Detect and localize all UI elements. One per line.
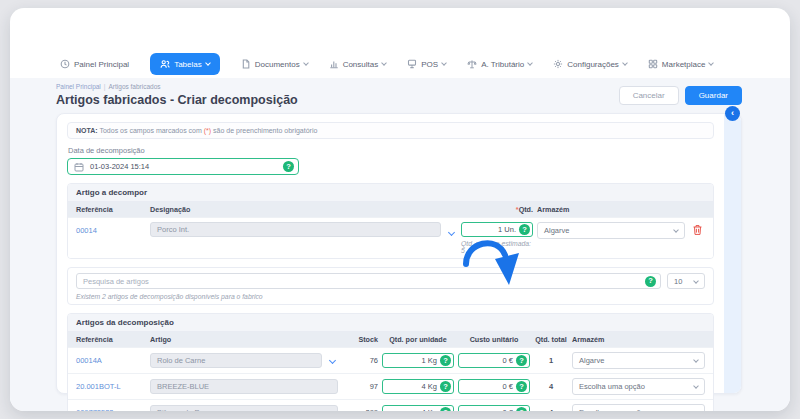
article-field: Rolo de Carne xyxy=(150,353,322,368)
chevron-down-icon xyxy=(693,357,699,363)
nav-label: Tabelas xyxy=(174,60,202,69)
nav-item-documentos[interactable]: Documentos xyxy=(241,59,308,69)
article-field: Bifanas de Porco xyxy=(150,405,338,411)
help-badge-icon[interactable]: ? xyxy=(440,381,451,392)
nav-item-configuracoes[interactable]: Configurações xyxy=(553,59,627,69)
nav-item-tabelas[interactable]: Tabelas xyxy=(150,53,220,75)
chevron-down-icon xyxy=(693,409,699,411)
breadcrumb-link-painel[interactable]: Painel Principal xyxy=(56,83,101,90)
side-panel-strip xyxy=(724,114,741,393)
chevron-down-icon[interactable] xyxy=(329,357,336,364)
col-armazem: Armazém xyxy=(537,205,685,214)
page-header: Painel Principal|Artigos fabricados Arti… xyxy=(10,78,790,107)
nav-label: Documentos xyxy=(255,60,300,69)
date-label: Data de decomposição xyxy=(68,146,714,155)
chevron-down-icon xyxy=(303,60,309,66)
col-armazem: Armazém xyxy=(572,335,705,344)
warehouse-select[interactable]: Algarve xyxy=(537,222,685,239)
chevron-down-icon xyxy=(693,278,699,284)
article-search-box: Pesquisa de artigos ? 10 Existem 2 artig… xyxy=(67,267,714,305)
side-panel-toggle[interactable]: ‹ xyxy=(725,106,740,121)
page-content: Painel Principal|Artigos fabricados Arti… xyxy=(10,78,790,411)
search-input[interactable]: Pesquisa de artigos ? xyxy=(76,273,661,289)
help-badge-icon[interactable]: ? xyxy=(519,224,530,235)
nav-label: Painel Principal xyxy=(74,60,129,69)
chevron-down-icon[interactable] xyxy=(448,228,455,235)
breadcrumb-link-artigos[interactable]: Artigos fabricados xyxy=(109,83,161,90)
date-input[interactable]: 01-03-2024 15:14 ? xyxy=(67,158,299,175)
col-custo-unitario: Custo unitário xyxy=(458,335,530,344)
help-badge-icon[interactable]: ? xyxy=(440,407,451,411)
marketplace-grid-icon xyxy=(648,59,658,69)
unit-cost-input[interactable]: 0 €? xyxy=(458,379,530,394)
trash-icon[interactable] xyxy=(692,224,703,236)
col-qtd-por-unidade: Qtd. por unidade xyxy=(382,335,454,344)
nav-item-a-tributario[interactable]: A. Tributário xyxy=(467,59,532,69)
article-ref-link[interactable]: 00014 xyxy=(76,226,146,235)
chevron-down-icon xyxy=(441,60,447,66)
chevron-down-icon xyxy=(527,60,533,66)
save-button[interactable]: Guardar xyxy=(685,86,742,105)
users-icon xyxy=(160,59,170,69)
article-ref-link[interactable]: 609772532 xyxy=(76,408,146,411)
section-title: Artigo a decompor xyxy=(68,184,713,202)
chevron-down-icon xyxy=(381,60,387,66)
qty-per-unit-input[interactable]: 4 Kg? xyxy=(382,405,454,411)
section-artigos-da-decomposicao: Artigos da decomposição Referência Artig… xyxy=(67,313,714,411)
help-badge-icon[interactable]: ? xyxy=(516,355,527,366)
col-referencia: Referência xyxy=(76,335,146,344)
table-row: 00014 Porco Int. 1 Un. ? Qtd. máxima est… xyxy=(68,217,713,258)
col-stock: Stock xyxy=(342,335,378,344)
col-qtd: *Qtd. xyxy=(461,205,533,214)
document-icon xyxy=(241,59,251,69)
help-badge-icon[interactable]: ? xyxy=(283,161,294,172)
page-title: Artigos fabricados - Criar decomposição xyxy=(56,93,298,107)
clock-icon xyxy=(60,59,70,69)
nav-label: POS xyxy=(421,60,438,69)
chevron-down-icon xyxy=(709,60,715,66)
date-value: 01-03-2024 15:14 xyxy=(90,162,149,171)
max-quantity-hint: Qtd. máxima estimada: 5 xyxy=(461,240,533,254)
chevron-down-icon xyxy=(622,60,628,66)
stock-value: 97 xyxy=(342,382,378,391)
table-row: 20.001BOT-L BREEZE-BLUE 97 4 Kg? 0 €? 4 … xyxy=(68,373,713,399)
designation-field: Porco Int. xyxy=(150,222,441,237)
table-header-row: Referência Designação *Qtd. Armazém xyxy=(68,202,713,217)
nav-item-painel-principal[interactable]: Painel Principal xyxy=(60,59,129,69)
help-badge-icon[interactable]: ? xyxy=(516,407,527,411)
col-designacao: Designação xyxy=(150,205,457,214)
warehouse-select[interactable]: Escolha uma opção xyxy=(572,378,705,395)
nav-item-consultas[interactable]: Consultas xyxy=(329,59,387,69)
pos-terminal-icon xyxy=(407,59,417,69)
qty-per-unit-input[interactable]: 1 Kg? xyxy=(382,353,454,368)
gear-icon xyxy=(553,59,563,69)
article-field: BREEZE-BLUE xyxy=(150,379,338,394)
col-qtd-total: Qtd. total xyxy=(534,335,568,344)
unit-cost-input[interactable]: 0 €? xyxy=(458,353,530,368)
help-badge-icon[interactable]: ? xyxy=(645,276,656,287)
cancel-button[interactable]: Cancelar xyxy=(619,86,679,105)
nav-label: A. Tributário xyxy=(481,60,524,69)
article-ref-link[interactable]: 00014A xyxy=(76,356,146,365)
col-referencia: Referência xyxy=(76,205,146,214)
nav-label: Consultas xyxy=(343,60,379,69)
qty-total-value: 4 xyxy=(534,382,568,391)
unit-cost-input[interactable]: 0 €? xyxy=(458,405,530,411)
article-ref-link[interactable]: 20.001BOT-L xyxy=(76,382,146,391)
warehouse-select[interactable]: Algarve xyxy=(572,352,705,369)
qty-total-value: 4 xyxy=(534,408,568,411)
qty-per-unit-input[interactable]: 4 Kg? xyxy=(382,379,454,394)
help-badge-icon[interactable]: ? xyxy=(440,355,451,366)
nav-item-marketplace[interactable]: Marketplace xyxy=(648,59,714,69)
page-size-select[interactable]: 10 xyxy=(667,273,705,289)
warehouse-select[interactable]: Escolha uma opção xyxy=(572,404,705,411)
nav-item-pos[interactable]: POS xyxy=(407,59,446,69)
chevron-down-icon xyxy=(673,227,679,233)
help-badge-icon[interactable]: ? xyxy=(516,381,527,392)
breadcrumb: Painel Principal|Artigos fabricados xyxy=(56,83,298,90)
quantity-input[interactable]: 1 Un. ? xyxy=(461,222,533,237)
section-artigo-a-decompor: Artigo a decompor Referência Designação … xyxy=(67,183,714,259)
stock-value: -299 xyxy=(342,408,378,411)
section-title: Artigos da decomposição xyxy=(68,314,713,332)
tax-balance-icon xyxy=(467,59,477,69)
